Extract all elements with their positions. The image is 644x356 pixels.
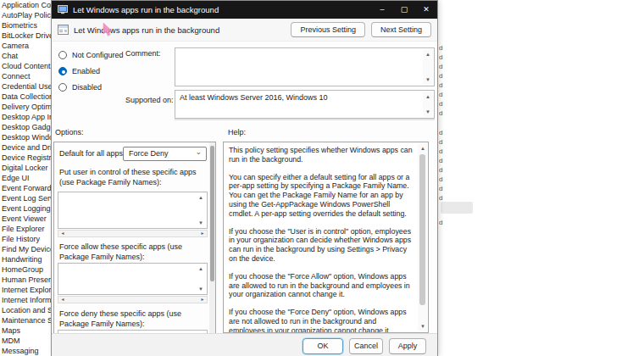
help-paragraph: If you choose the "Force Deny" option, W… — [229, 308, 414, 333]
sidebar-item[interactable]: Digital Locker — [0, 163, 51, 173]
scroll-right-icon[interactable]: ► — [198, 297, 207, 303]
previous-setting-button[interactable]: Previous Setting — [291, 22, 365, 37]
sidebar-item[interactable]: File History — [0, 234, 51, 244]
sidebar-item[interactable]: Event Log Servic — [0, 193, 51, 203]
sidebar-item[interactable]: Desktop Gadgets — [0, 122, 51, 132]
sidebar-item[interactable]: HomeGroup — [0, 264, 51, 275]
sidebar-item[interactable]: AutoPlay Policie — [0, 10, 51, 20]
options-scrollbar[interactable] — [209, 142, 215, 333]
cancel-button[interactable]: Cancel — [349, 338, 383, 354]
sidebar-item[interactable]: Device and Drive — [0, 142, 51, 153]
next-setting-button[interactable]: Next Setting — [371, 22, 431, 37]
sidebar-item[interactable]: Location and Ser — [0, 305, 51, 315]
scroll-up-icon[interactable]: ▲ — [423, 92, 433, 101]
sidebar-item[interactable]: Human Presence — [0, 275, 51, 285]
scroll-down-icon[interactable]: ▼ — [196, 219, 206, 227]
force-allow-hscrollbar[interactable]: ◄ ► — [58, 296, 208, 303]
options-panel: Default for all apps: Force Deny ⌄ Put u… — [53, 142, 216, 334]
background-text-fragment: d — [439, 147, 442, 155]
comment-textbox[interactable]: ▲ ▼ — [175, 47, 435, 86]
radio-unselected-icon[interactable] — [58, 83, 67, 92]
sidebar-item[interactable]: Desktop Window — [0, 132, 51, 142]
sidebar-item[interactable]: Delivery Optimiz — [0, 102, 51, 112]
force-allow-label: Force allow these specific apps (use Pac… — [59, 242, 205, 262]
scroll-left-icon[interactable]: ◄ — [58, 231, 67, 236]
help-text: This policy setting specifies whether Wi… — [229, 146, 414, 333]
dialog-titlebar[interactable]: Let Windows apps run in the background –… — [52, 1, 437, 19]
sidebar-item[interactable]: Messaging — [0, 346, 51, 356]
sidebar-item[interactable]: Edge UI — [0, 173, 51, 183]
background-text-fragment: d — [439, 157, 442, 164]
scroll-left-icon[interactable]: ◄ — [58, 297, 67, 303]
ok-button[interactable]: OK — [303, 338, 343, 354]
apply-button[interactable]: Apply — [389, 338, 426, 354]
background-text-fragment: d — [439, 91, 442, 98]
sidebar-item[interactable]: Find My Device — [0, 244, 51, 254]
scroll-down-icon[interactable]: ▼ — [423, 75, 433, 84]
sidebar-item[interactable]: Maintenance Sch — [0, 315, 51, 325]
sidebar-item[interactable]: Cloud Content — [0, 61, 51, 71]
scroll-right-icon[interactable]: ► — [198, 231, 207, 236]
user-control-textarea[interactable]: ▲ ▼ — [58, 192, 208, 229]
background-text-fragment: d — [439, 138, 442, 146]
policy-setting-icon — [58, 25, 69, 35]
sidebar-item[interactable]: Event Forwardin — [0, 183, 51, 193]
sidebar-item[interactable]: Event Logging — [0, 203, 51, 214]
screen: Application ComAutoPlay PolicieBiometric… — [0, 0, 644, 356]
default-for-all-apps-dropdown[interactable]: Force Deny ⌄ — [123, 147, 207, 161]
supported-on-textbox[interactable]: At least Windows Server 2016, Windows 10… — [175, 90, 435, 119]
background-text-fragment: d — [439, 129, 442, 136]
sidebar-item[interactable]: Biometrics — [0, 20, 51, 31]
sidebar-item[interactable]: Data Collection a — [0, 92, 51, 102]
minimize-button[interactable]: – — [371, 1, 393, 19]
background-text-fragment: d — [439, 81, 442, 89]
close-button[interactable]: ✕ — [415, 1, 437, 19]
sidebar-item[interactable]: Device Registrati — [0, 153, 51, 163]
sidebar-item[interactable]: Event Viewer — [0, 214, 51, 224]
scroll-up-icon[interactable]: ▲ — [418, 144, 428, 153]
background-text-fragment: d — [439, 72, 442, 80]
maximize-button[interactable]: ▢ — [393, 1, 415, 19]
scroll-down-icon[interactable]: ▼ — [418, 322, 428, 331]
mouse-cursor — [103, 23, 113, 36]
sidebar-item[interactable]: Application Com — [0, 0, 51, 10]
radio-enabled[interactable]: Enabled — [58, 63, 169, 79]
radio-selected-icon[interactable] — [58, 67, 67, 75]
scroll-up-icon[interactable]: ▲ — [196, 193, 206, 202]
help-panel: This policy setting specifies whether Wi… — [223, 142, 429, 333]
radio-disabled[interactable]: Disabled — [58, 79, 169, 95]
radio-label: Not Configured — [72, 51, 124, 59]
sidebar-item[interactable]: Credential User I — [0, 81, 51, 92]
background-text-fragment: d — [439, 175, 442, 183]
radio-unselected-icon[interactable] — [58, 51, 67, 59]
sidebar-item[interactable]: File Explorer — [0, 224, 51, 234]
sidebar-item[interactable]: MDM — [0, 336, 51, 346]
sidebar-item[interactable]: Internet Explorer — [0, 285, 51, 295]
sidebar-item[interactable]: Chat — [0, 51, 51, 61]
supported-on-value: At least Windows Server 2016, Windows 10 — [180, 93, 420, 102]
sidebar-item[interactable]: Handwriting — [0, 254, 51, 264]
help-paragraph: If you choose the "User is in control" o… — [229, 227, 414, 264]
sidebar-item[interactable]: Connect — [0, 71, 51, 81]
user-control-hscrollbar[interactable]: ◄ ► — [58, 230, 208, 237]
options-scrollbar-thumb[interactable] — [210, 146, 214, 281]
sidebar-item[interactable]: Internet Informa — [0, 295, 51, 305]
scroll-down-icon[interactable]: ▼ — [196, 285, 206, 293]
comment-scrollbar: ▲ ▼ — [423, 49, 433, 85]
force-allow-textarea[interactable]: ▲ ▼ — [58, 263, 208, 295]
policy-setting-dialog: Let Windows apps run in the background –… — [51, 0, 438, 356]
supported-scrollbar: ▲ ▼ — [423, 92, 433, 117]
sidebar-item[interactable]: Maps — [0, 325, 51, 336]
default-for-all-apps-label: Default for all apps: — [59, 149, 125, 159]
help-scrollbar-thumb[interactable] — [419, 154, 425, 305]
help-paragraph: You can specify either a default setting… — [229, 173, 414, 219]
scroll-up-icon[interactable]: ▲ — [423, 50, 433, 58]
sidebar-item[interactable]: BitLocker Drive E — [0, 31, 51, 41]
background-text-fragment: d — [439, 166, 442, 174]
sidebar-item[interactable]: Camera — [0, 41, 51, 51]
scroll-up-icon[interactable]: ▲ — [196, 264, 206, 273]
dropdown-value: Force Deny — [129, 149, 169, 158]
scroll-down-icon[interactable]: ▼ — [423, 108, 433, 116]
help-scrollbar[interactable]: ▲ ▼ — [418, 143, 427, 331]
sidebar-item[interactable]: Desktop App Ins — [0, 112, 51, 122]
